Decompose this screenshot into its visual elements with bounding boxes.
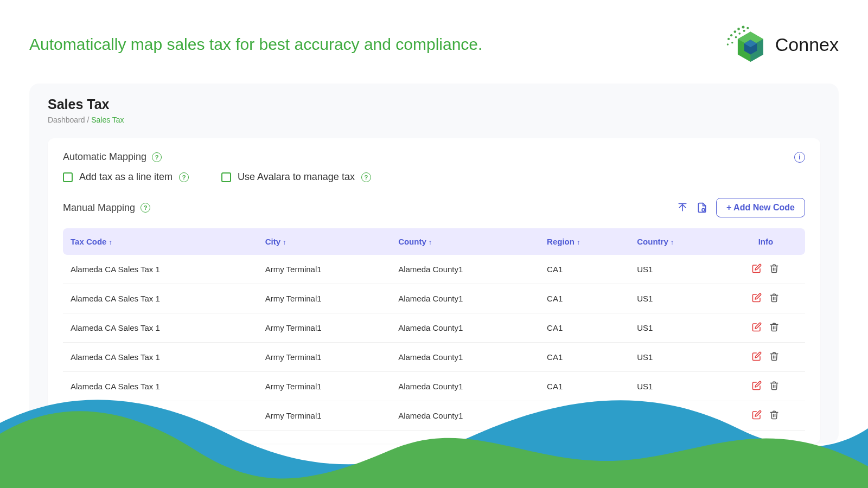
cell-county: Alameda County1 bbox=[391, 284, 539, 313]
svg-point-10 bbox=[746, 27, 749, 29]
cell-country: US1 bbox=[629, 255, 726, 284]
cell-tax-code: Alameda CA Sales Tax 1 bbox=[63, 284, 258, 313]
svg-point-3 bbox=[737, 28, 740, 30]
manual-mapping-label: Manual Mapping ? bbox=[63, 202, 150, 214]
sort-asc-icon: ↑ bbox=[671, 238, 674, 246]
help-icon[interactable]: ? bbox=[141, 203, 150, 213]
cell-region: CA1 bbox=[539, 372, 629, 401]
col-tax-code[interactable]: Tax Code↑ bbox=[63, 228, 258, 255]
trash-icon[interactable] bbox=[769, 322, 779, 333]
upload-icon[interactable] bbox=[677, 202, 688, 213]
col-county[interactable]: County↑ bbox=[391, 228, 539, 255]
cell-county: Alameda County1 bbox=[391, 255, 539, 284]
cell-country: US1 bbox=[629, 313, 726, 343]
checkbox-add-tax-line-item[interactable]: Add tax as a line item ? bbox=[63, 171, 189, 183]
sort-asc-icon: ↑ bbox=[429, 238, 432, 246]
automatic-mapping-label: Automatic Mapping ? bbox=[63, 151, 162, 163]
cell-region: CA1 bbox=[539, 313, 629, 343]
add-new-code-button[interactable]: + Add New Code bbox=[716, 198, 805, 217]
col-country[interactable]: Country↑ bbox=[629, 228, 726, 255]
svg-point-6 bbox=[727, 43, 729, 45]
breadcrumb-root[interactable]: Dashboard bbox=[48, 115, 85, 124]
breadcrumb: Dashboard / Sales Tax bbox=[48, 115, 820, 124]
cell-country: US1 bbox=[629, 284, 726, 313]
svg-point-5 bbox=[731, 42, 733, 43]
col-region[interactable]: Region↑ bbox=[539, 228, 629, 255]
svg-point-2 bbox=[733, 30, 736, 33]
cell-country: US1 bbox=[629, 343, 726, 372]
brand-name: Connex bbox=[775, 34, 839, 55]
cell-county: Alameda County1 bbox=[391, 372, 539, 401]
edit-icon[interactable] bbox=[752, 381, 762, 392]
cell-region: CA1 bbox=[539, 284, 629, 313]
edit-icon[interactable] bbox=[752, 351, 762, 363]
breadcrumb-current: Sales Tax bbox=[91, 115, 124, 124]
svg-point-18 bbox=[702, 209, 705, 211]
cell-tax-code: Alameda CA Sales Tax 1 bbox=[63, 313, 258, 343]
edit-icon[interactable] bbox=[752, 264, 762, 275]
cell-county: Alameda County1 bbox=[391, 401, 539, 431]
edit-icon[interactable] bbox=[752, 410, 762, 421]
svg-point-8 bbox=[738, 33, 741, 35]
cell-region: CA1 bbox=[539, 343, 629, 372]
table-row: Alameda CA Sales Tax 1Army Terminal1Alam… bbox=[63, 255, 805, 284]
tax-codes-table: Tax Code↑ City↑ County↑ Region↑ Country↑… bbox=[63, 228, 805, 431]
cell-country: US1 bbox=[629, 372, 726, 401]
edit-icon[interactable] bbox=[752, 293, 762, 304]
page-title: Sales Tax bbox=[48, 97, 820, 112]
help-icon[interactable]: ? bbox=[152, 152, 162, 162]
table-row: Alameda CA Sales Tax 1Army Terminal1Alam… bbox=[63, 284, 805, 313]
svg-point-0 bbox=[727, 38, 730, 40]
help-icon[interactable]: ? bbox=[179, 172, 189, 182]
logo-icon bbox=[723, 22, 769, 67]
table-row: Alameda CA Sales Tax 1Army Terminal1Alam… bbox=[63, 372, 805, 401]
table-row: Alameda CA Sales Tax 1Army Terminal1Alam… bbox=[63, 401, 805, 431]
sort-asc-icon: ↑ bbox=[577, 238, 580, 246]
cell-tax-code: Alameda CA Sales Tax 1 bbox=[63, 401, 258, 431]
sort-asc-icon: ↑ bbox=[283, 238, 286, 246]
main-panel: Sales Tax Dashboard / Sales Tax Automati… bbox=[29, 84, 839, 444]
info-icon[interactable]: i bbox=[794, 152, 805, 163]
col-info: Info bbox=[726, 228, 805, 255]
tagline: Automatically map sales tax for best acc… bbox=[29, 35, 482, 54]
cell-tax-code: Alameda CA Sales Tax 1 bbox=[63, 255, 258, 284]
col-city[interactable]: City↑ bbox=[258, 228, 391, 255]
table-row: Alameda CA Sales Tax 1Army Terminal1Alam… bbox=[63, 313, 805, 343]
trash-icon[interactable] bbox=[769, 264, 779, 275]
table-row: Alameda CA Sales Tax 1Army Terminal1Alam… bbox=[63, 343, 805, 372]
cell-city: Army Terminal1 bbox=[258, 313, 391, 343]
checkbox-icon bbox=[221, 172, 231, 182]
brand: Connex bbox=[723, 22, 839, 67]
help-icon[interactable]: ? bbox=[361, 172, 371, 182]
cell-tax-code: Alameda CA Sales Tax 1 bbox=[63, 343, 258, 372]
cell-county: Alameda County1 bbox=[391, 343, 539, 372]
svg-point-9 bbox=[743, 30, 745, 32]
svg-point-1 bbox=[730, 34, 732, 36]
edit-icon[interactable] bbox=[752, 322, 762, 333]
cell-tax-code: Alameda CA Sales Tax 1 bbox=[63, 372, 258, 401]
cell-city: Army Terminal1 bbox=[258, 284, 391, 313]
checkbox-icon bbox=[63, 172, 73, 182]
cell-region: CA1 bbox=[539, 255, 629, 284]
cell-country: US1 bbox=[629, 401, 726, 431]
trash-icon[interactable] bbox=[769, 381, 779, 392]
export-icon[interactable] bbox=[697, 202, 707, 213]
cell-city: Army Terminal1 bbox=[258, 401, 391, 431]
cell-city: Army Terminal1 bbox=[258, 343, 391, 372]
settings-card: Automatic Mapping ? i Add tax as a line … bbox=[48, 138, 820, 444]
trash-icon[interactable] bbox=[769, 410, 779, 421]
trash-icon[interactable] bbox=[769, 351, 779, 363]
sort-asc-icon: ↑ bbox=[108, 238, 112, 246]
checkbox-use-avalara[interactable]: Use Avalara to manage tax ? bbox=[221, 171, 371, 183]
cell-city: Army Terminal1 bbox=[258, 372, 391, 401]
trash-icon[interactable] bbox=[769, 293, 779, 304]
cell-city: Army Terminal1 bbox=[258, 255, 391, 284]
svg-point-7 bbox=[735, 36, 737, 38]
cell-region: CA1 bbox=[539, 401, 629, 431]
svg-point-4 bbox=[742, 26, 744, 29]
cell-county: Alameda County1 bbox=[391, 313, 539, 343]
